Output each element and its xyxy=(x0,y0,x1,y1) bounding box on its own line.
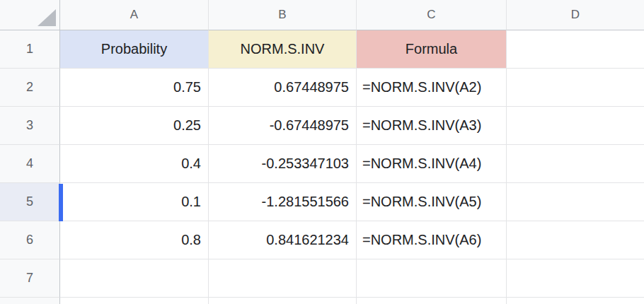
cell-C8[interactable] xyxy=(357,298,507,304)
cell-B2[interactable]: 0.67448975 xyxy=(209,69,357,107)
cell-A8[interactable] xyxy=(60,298,209,304)
row-header-5[interactable]: 5 xyxy=(0,183,60,221)
cell-B4[interactable]: -0.253347103 xyxy=(209,145,357,183)
cell-D1[interactable] xyxy=(507,30,644,69)
cell-A5[interactable]: 0.1 xyxy=(60,183,209,221)
row-header-2[interactable]: 2 xyxy=(0,69,60,107)
cell-D6[interactable] xyxy=(507,221,644,259)
sheet-row-2: 2 0.75 0.67448975 =NORM.S.INV(A2) xyxy=(0,69,644,107)
sheet-row-8-partial xyxy=(0,298,644,304)
row-selection-indicator xyxy=(59,184,63,221)
column-header-b[interactable]: B xyxy=(209,0,357,30)
cell-C4[interactable]: =NORM.S.INV(A4) xyxy=(357,145,507,183)
sheet-row-5: 5 0.1 -1.281551566 =NORM.S.INV(A5) xyxy=(0,183,644,221)
sheet-row-3: 3 0.25 -0.67448975 =NORM.S.INV(A3) xyxy=(0,107,644,145)
column-header-d[interactable]: D xyxy=(507,0,644,30)
cell-A3[interactable]: 0.25 xyxy=(60,107,209,145)
cell-D8[interactable] xyxy=(507,298,644,304)
cell-B6[interactable]: 0.841621234 xyxy=(209,221,357,259)
cell-C3[interactable]: =NORM.S.INV(A3) xyxy=(357,107,507,145)
cell-C6[interactable]: =NORM.S.INV(A6) xyxy=(357,221,507,259)
cell-D4[interactable] xyxy=(507,145,644,183)
cell-A2[interactable]: 0.75 xyxy=(60,69,209,107)
cell-D5[interactable] xyxy=(507,183,644,221)
sheet-row-7: 7 xyxy=(0,259,644,298)
cell-B5[interactable]: -1.281551566 xyxy=(209,183,357,221)
sheet-row-6: 6 0.8 0.841621234 =NORM.S.INV(A6) xyxy=(0,221,644,259)
sheet-row-1: 1 Probability NORM.S.INV Formula xyxy=(0,30,644,69)
cell-C7[interactable] xyxy=(357,259,507,298)
cell-A4[interactable]: 0.4 xyxy=(60,145,209,183)
column-header-row: A B C D xyxy=(0,0,644,30)
select-all-triangle-icon xyxy=(38,9,56,26)
row-header-6[interactable]: 6 xyxy=(0,221,60,259)
row-header-8[interactable] xyxy=(0,298,60,304)
cell-D7[interactable] xyxy=(507,259,644,298)
cell-C5[interactable]: =NORM.S.INV(A5) xyxy=(357,183,507,221)
column-header-a[interactable]: A xyxy=(60,0,209,30)
cell-C2[interactable]: =NORM.S.INV(A2) xyxy=(357,69,507,107)
cell-D3[interactable] xyxy=(507,107,644,145)
row-header-7[interactable]: 7 xyxy=(0,259,60,298)
column-header-c[interactable]: C xyxy=(357,0,507,30)
cell-D2[interactable] xyxy=(507,69,644,107)
cell-A6[interactable]: 0.8 xyxy=(60,221,209,259)
cell-B8[interactable] xyxy=(209,298,357,304)
cell-C1[interactable]: Formula xyxy=(357,30,507,69)
row-header-4[interactable]: 4 xyxy=(0,145,60,183)
cell-A7[interactable] xyxy=(60,259,209,298)
row-header-1[interactable]: 1 xyxy=(0,30,60,69)
cell-B7[interactable] xyxy=(209,259,357,298)
select-all-corner[interactable] xyxy=(0,0,60,30)
cell-B3[interactable]: -0.67448975 xyxy=(209,107,357,145)
cell-A1[interactable]: Probability xyxy=(60,30,209,69)
row-header-3[interactable]: 3 xyxy=(0,107,60,145)
cell-B1[interactable]: NORM.S.INV xyxy=(209,30,357,69)
sheet-row-4: 4 0.4 -0.253347103 =NORM.S.INV(A4) xyxy=(0,145,644,183)
spreadsheet-grid: A B C D 1 Probability NORM.S.INV Formula… xyxy=(0,0,644,304)
